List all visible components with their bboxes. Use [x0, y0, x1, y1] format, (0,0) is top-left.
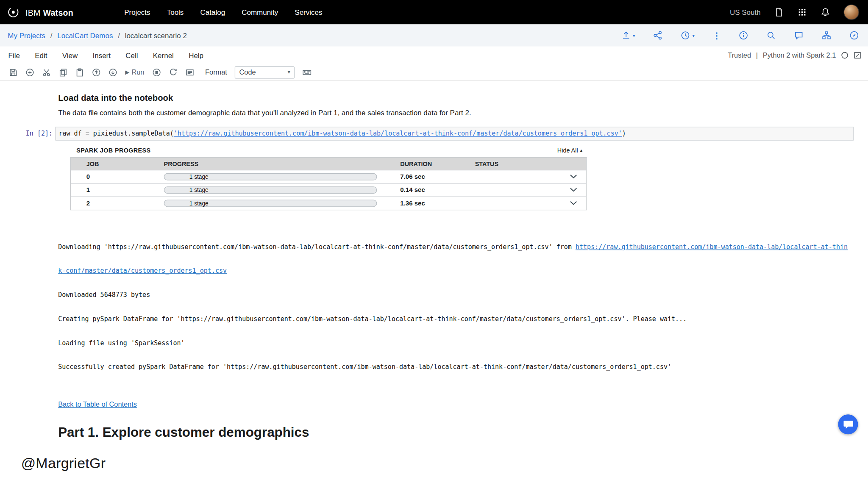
breadcrumb-localcart-demos[interactable]: LocalCart Demos	[57, 31, 113, 40]
spark-jobs-table: JOB PROGRESS DURATION STATUS 0 1 stage 7…	[70, 157, 587, 210]
watson-studio-app: IBM Watson Projects Tools Catalog Commun…	[0, 0, 868, 488]
job-duration: 0.14 sec	[400, 186, 475, 193]
kernel-name: Python 2 with Spark 2.1	[763, 51, 836, 59]
screenshot-viewport: IBM Watson Projects Tools Catalog Commun…	[0, 0, 868, 488]
menu-insert[interactable]: Insert	[90, 50, 114, 61]
info-button[interactable]	[738, 30, 748, 41]
spark-job-row: 0 1 stage 7.06 sec	[71, 169, 586, 183]
output-text: Downloading 'https://raw.githubuserconte…	[58, 243, 576, 250]
hide-all-toggle[interactable]: Hide All ▴	[557, 147, 582, 154]
row-expand-chevron-icon[interactable]	[568, 200, 579, 207]
output-line: Creating pySpark DataFrame for 'https://…	[58, 315, 854, 323]
spark-job-progress: SPARK JOB PROGRESS Hide All ▴ JOB PROGRE…	[70, 147, 587, 210]
run-label: Run	[131, 68, 144, 76]
breadcrumb-my-projects[interactable]: My Projects	[8, 31, 45, 40]
progress-label: 1 stage	[189, 200, 209, 207]
find-data-button[interactable]	[766, 30, 776, 41]
trust-divider: |	[756, 51, 758, 59]
nav-services[interactable]: Services	[295, 8, 322, 17]
output-link[interactable]: https://raw.githubusercontent.com/ibm-wa…	[576, 243, 848, 250]
notebook-actions: ▾ ▾ ⋮	[621, 30, 859, 41]
breadcrumb-separator: /	[118, 31, 120, 40]
play-icon: ▶	[125, 69, 129, 75]
cell-type-select[interactable]: Code ▾	[235, 66, 295, 78]
watson-logo-icon	[7, 6, 20, 19]
user-avatar[interactable]	[844, 4, 860, 20]
code-url-string: 'https://raw.githubusercontent.com/ibm-w…	[174, 130, 622, 137]
menu-cell[interactable]: Cell	[123, 50, 141, 61]
col-job: JOB	[71, 160, 164, 167]
chat-bubble-icon	[843, 420, 854, 429]
comments-button[interactable]	[794, 30, 804, 41]
copy-cell-button[interactable]	[58, 68, 67, 77]
section-heading-load-data: Load data into the notebook	[58, 93, 854, 103]
caret-down-icon: ▾	[288, 70, 290, 75]
spark-job-row: 1 1 stage 0.14 sec	[71, 183, 586, 196]
menu-view[interactable]: View	[59, 50, 81, 61]
related-items-button[interactable]	[821, 30, 832, 41]
paste-cell-button[interactable]	[75, 68, 84, 77]
save-button[interactable]	[9, 68, 18, 77]
menu-help[interactable]: Help	[186, 50, 206, 61]
move-cell-up-button[interactable]	[92, 68, 101, 77]
back-to-toc-link[interactable]: Back to Table of Contents	[58, 400, 137, 408]
kebab-menu-button[interactable]: ⋮	[712, 31, 721, 40]
move-cell-down-button[interactable]	[108, 68, 117, 77]
progress-label: 1 stage	[189, 173, 209, 180]
progress-bar: 1 stage	[164, 173, 377, 180]
keyboard-shortcuts-button[interactable]	[302, 68, 312, 77]
brand[interactable]: IBM Watson	[7, 6, 73, 19]
restart-kernel-button[interactable]	[169, 68, 178, 77]
edit-mode-icon	[854, 51, 861, 59]
row-expand-chevron-icon[interactable]	[568, 173, 579, 180]
watermark-handle: @MargrietGr	[0, 441, 868, 472]
job-duration: 1.36 sec	[400, 200, 475, 207]
menu-kernel[interactable]: Kernel	[150, 50, 176, 61]
code-cell-2: In [2]: raw_df = pixiedust.sampleData('h…	[17, 127, 854, 140]
output-line: Downloading 'https://raw.githubuserconte…	[58, 243, 854, 251]
menu-edit[interactable]: Edit	[32, 50, 50, 61]
nav-community[interactable]: Community	[242, 8, 278, 17]
nav-projects[interactable]: Projects	[124, 8, 150, 17]
menu-file[interactable]: File	[6, 50, 22, 61]
notification-bell-icon[interactable]	[821, 7, 831, 17]
nav-catalog[interactable]: Catalog	[200, 8, 225, 17]
hide-all-label: Hide All	[557, 147, 578, 154]
upload-button[interactable]: ▾	[621, 30, 635, 41]
notebook-menubar: File Edit View Insert Cell Kernel Help T…	[0, 47, 868, 64]
chat-fab-button[interactable]	[838, 414, 858, 434]
docs-icon[interactable]	[774, 7, 784, 17]
output-link[interactable]: k-conf/master/data/customers_orders1_opt…	[58, 267, 227, 274]
cell-2-prompt: In [2]:	[17, 127, 55, 140]
versions-button[interactable]: ▾	[681, 30, 695, 41]
compass-button[interactable]	[849, 30, 860, 41]
region-label: US South	[730, 8, 761, 17]
part1-heading: Part 1. Explore customer demographics	[58, 424, 854, 440]
add-cell-button[interactable]	[25, 68, 34, 77]
kernel-idle-icon	[841, 51, 849, 59]
nav-tools[interactable]: Tools	[167, 8, 184, 17]
apps-grid-icon[interactable]	[797, 7, 807, 17]
cut-cell-button[interactable]	[42, 68, 51, 77]
spark-table-header: JOB PROGRESS DURATION STATUS	[71, 158, 586, 170]
row-expand-chevron-icon[interactable]	[568, 186, 579, 193]
progress-bar: 1 stage	[164, 186, 377, 194]
topbar: IBM Watson Projects Tools Catalog Commun…	[0, 0, 868, 24]
cell-2-input[interactable]: raw_df = pixiedust.sampleData('https://r…	[56, 127, 854, 140]
kebab-menu-icon: ⋮	[712, 31, 721, 40]
bottom-band: @MargrietGr	[0, 441, 868, 488]
breadcrumb-bar: My Projects / LocalCart Demos / localcar…	[0, 24, 868, 46]
run-cell-button[interactable]: ▶ Run	[125, 68, 144, 76]
code-text: )	[622, 130, 626, 137]
brand-prefix: IBM	[25, 8, 41, 17]
trusted-label: Trusted	[728, 51, 751, 59]
spark-progress-title: SPARK JOB PROGRESS	[76, 147, 150, 154]
interrupt-kernel-button[interactable]	[152, 68, 161, 77]
caret-down-icon: ▾	[633, 33, 635, 38]
code-text: raw_df = pixiedust.sampleData(	[58, 130, 173, 137]
caret-up-icon: ▴	[580, 148, 582, 152]
share-button[interactable]	[653, 30, 663, 41]
progress-bar: 1 stage	[164, 200, 377, 207]
cell-display-button[interactable]	[185, 68, 194, 77]
output-line: Downloaded 5648773 bytes	[58, 291, 854, 299]
